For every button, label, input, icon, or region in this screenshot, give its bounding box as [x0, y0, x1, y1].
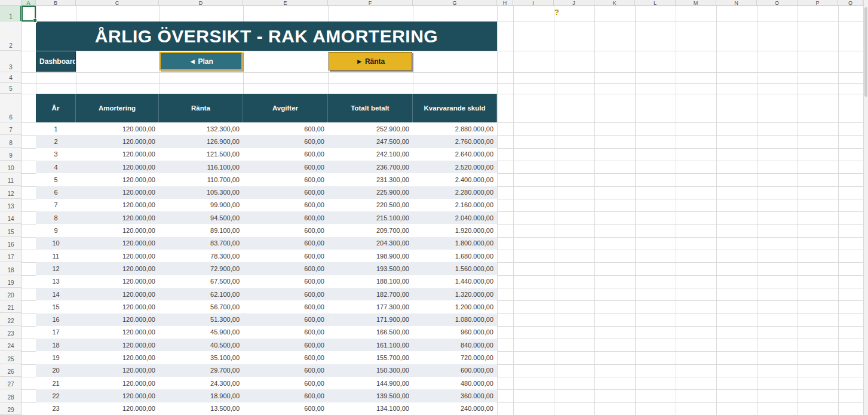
- cell-amortering[interactable]: 120.000,00: [76, 402, 159, 415]
- cell-ranta[interactable]: 51.300,00: [159, 313, 243, 326]
- column-header-f[interactable]: F: [328, 0, 413, 6]
- cell-totalt-betalt[interactable]: 161.100,00: [328, 339, 413, 351]
- cell-amortering[interactable]: 120.000,00: [76, 237, 159, 250]
- cell-avgifter[interactable]: 600,00: [243, 377, 328, 389]
- cell-avgifter[interactable]: 600,00: [243, 389, 328, 402]
- cell-amortering[interactable]: 120.000,00: [76, 186, 159, 199]
- cell-amortering[interactable]: 120.000,00: [76, 389, 159, 402]
- cell-totalt-betalt[interactable]: 242.100,00: [328, 148, 413, 161]
- cell-ar[interactable]: 13: [36, 275, 76, 288]
- column-header-q[interactable]: Q: [838, 0, 863, 6]
- cell-kvarvarande-skuld[interactable]: 2.640.000,00: [413, 148, 497, 161]
- column-header-k[interactable]: K: [594, 0, 635, 6]
- cell-ar[interactable]: 9: [36, 224, 76, 236]
- cell-amortering[interactable]: 120.000,00: [76, 122, 159, 135]
- cell-kvarvarande-skuld[interactable]: 1.080.000,00: [413, 313, 497, 326]
- cell-kvarvarande-skuld[interactable]: 1.440.000,00: [413, 275, 497, 288]
- cell-avgifter[interactable]: 600,00: [243, 161, 328, 173]
- row-header-23[interactable]: 23: [0, 326, 22, 339]
- cell-totalt-betalt[interactable]: 166.500,00: [328, 326, 413, 339]
- row-header-8[interactable]: 8: [0, 135, 22, 147]
- column-header-m[interactable]: M: [676, 0, 716, 6]
- cell-amortering[interactable]: 120.000,00: [76, 300, 159, 313]
- cell-ar[interactable]: 10: [36, 237, 76, 250]
- cell-ar[interactable]: 1: [36, 122, 76, 135]
- cell-avgifter[interactable]: 600,00: [243, 262, 328, 275]
- cell-avgifter[interactable]: 600,00: [243, 122, 328, 135]
- cell-totalt-betalt[interactable]: 155.700,00: [328, 351, 413, 364]
- cell-totalt-betalt[interactable]: 193.500,00: [328, 262, 413, 275]
- cell-amortering[interactable]: 120.000,00: [76, 199, 159, 211]
- cell-avgifter[interactable]: 600,00: [243, 364, 328, 377]
- cell-ranta[interactable]: 67.500,00: [159, 275, 243, 288]
- cell-totalt-betalt[interactable]: 231.300,00: [328, 173, 413, 186]
- cell-avgifter[interactable]: 600,00: [243, 148, 328, 161]
- row-header-20[interactable]: 20: [0, 288, 22, 300]
- cell-ar[interactable]: 8: [36, 211, 76, 224]
- cell-totalt-betalt[interactable]: 188.100,00: [328, 275, 413, 288]
- cell-kvarvarande-skuld[interactable]: 1.200.000,00: [413, 300, 497, 313]
- cell-avgifter[interactable]: 600,00: [243, 237, 328, 250]
- cell-amortering[interactable]: 120.000,00: [76, 148, 159, 161]
- cell-kvarvarande-skuld[interactable]: 1.920.000,00: [413, 224, 497, 236]
- cell-ranta[interactable]: 72.900,00: [159, 262, 243, 275]
- cell-ranta[interactable]: 94.500,00: [159, 211, 243, 224]
- cell-avgifter[interactable]: 600,00: [243, 402, 328, 415]
- select-all-corner[interactable]: [0, 0, 22, 6]
- cell-avgifter[interactable]: 600,00: [243, 275, 328, 288]
- cell-ranta[interactable]: 29.700,00: [159, 364, 243, 377]
- cell-amortering[interactable]: 120.000,00: [76, 262, 159, 275]
- cell-totalt-betalt[interactable]: 252.900,00: [328, 122, 413, 135]
- cell-kvarvarande-skuld[interactable]: 600.000,00: [413, 364, 497, 377]
- cell-ranta[interactable]: 105.300,00: [159, 186, 243, 199]
- cell-kvarvarande-skuld[interactable]: 2.880.000,00: [413, 122, 497, 135]
- cell-ar[interactable]: 18: [36, 339, 76, 351]
- column-header-l[interactable]: L: [635, 0, 676, 6]
- row-header-13[interactable]: 13: [0, 199, 22, 211]
- cell-ranta[interactable]: 116.100,00: [159, 161, 243, 173]
- cell-ar[interactable]: 4: [36, 161, 76, 173]
- cell-ranta[interactable]: 62.100,00: [159, 288, 243, 300]
- cell-ranta[interactable]: 99.900,00: [159, 199, 243, 211]
- cell-ranta[interactable]: 83.700,00: [159, 237, 243, 250]
- cell-kvarvarande-skuld[interactable]: 1.680.000,00: [413, 250, 497, 262]
- cell-amortering[interactable]: 120.000,00: [76, 161, 159, 173]
- cell-kvarvarande-skuld[interactable]: 480.000,00: [413, 377, 497, 389]
- cell-ar[interactable]: 3: [36, 148, 76, 161]
- cell-ar[interactable]: 7: [36, 199, 76, 211]
- cell-ranta[interactable]: 132.300,00: [159, 122, 243, 135]
- cell-ar[interactable]: 16: [36, 313, 76, 326]
- row-header-6[interactable]: 6: [0, 94, 22, 122]
- cell-avgifter[interactable]: 600,00: [243, 199, 328, 211]
- cell-amortering[interactable]: 120.000,00: [76, 173, 159, 186]
- column-header-a[interactable]: A: [22, 0, 36, 6]
- column-header-h[interactable]: H: [497, 0, 513, 6]
- column-header-j[interactable]: J: [554, 0, 594, 6]
- cell-avgifter[interactable]: 600,00: [243, 211, 328, 224]
- column-header-b[interactable]: B: [36, 0, 76, 6]
- row-header-25[interactable]: 25: [0, 351, 22, 364]
- cell-totalt-betalt[interactable]: 198.900,00: [328, 250, 413, 262]
- row-header-15[interactable]: 15: [0, 224, 22, 236]
- cell-avgifter[interactable]: 600,00: [243, 173, 328, 186]
- cell-ar[interactable]: 15: [36, 300, 76, 313]
- cell-ranta[interactable]: 24.300,00: [159, 377, 243, 389]
- row-header-7[interactable]: 7: [0, 122, 22, 135]
- cell-kvarvarande-skuld[interactable]: 360.000,00: [413, 389, 497, 402]
- cell-ar[interactable]: 22: [36, 389, 76, 402]
- cell-kvarvarande-skuld[interactable]: 1.560.000,00: [413, 262, 497, 275]
- cell-totalt-betalt[interactable]: 220.500,00: [328, 199, 413, 211]
- row-header-12[interactable]: 12: [0, 186, 22, 199]
- cell-amortering[interactable]: 120.000,00: [76, 211, 159, 224]
- cell-totalt-betalt[interactable]: 247.500,00: [328, 135, 413, 147]
- cell-ar[interactable]: 6: [36, 186, 76, 199]
- row-header-22[interactable]: 22: [0, 313, 22, 326]
- cell-kvarvarande-skuld[interactable]: 1.320.000,00: [413, 288, 497, 300]
- cell-totalt-betalt[interactable]: 204.300,00: [328, 237, 413, 250]
- row-header-18[interactable]: 18: [0, 262, 22, 275]
- row-header-24[interactable]: 24: [0, 339, 22, 351]
- cell-totalt-betalt[interactable]: 225.900,00: [328, 186, 413, 199]
- cell-ranta[interactable]: 121.500,00: [159, 148, 243, 161]
- cell-avgifter[interactable]: 600,00: [243, 351, 328, 364]
- row-header-26[interactable]: 26: [0, 364, 22, 377]
